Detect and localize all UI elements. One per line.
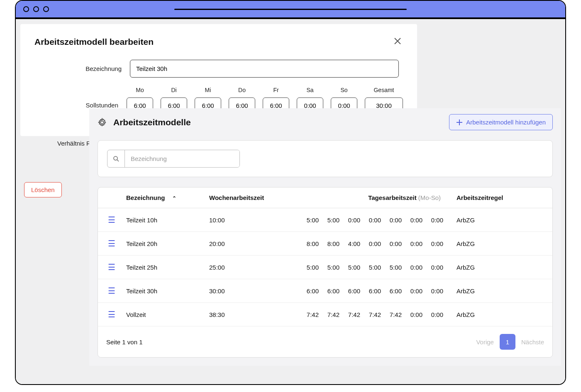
row-rule: ArbZG — [443, 217, 547, 224]
day-value: 0:00 — [408, 311, 422, 318]
window-minimize-icon[interactable] — [33, 6, 39, 12]
row-rule: ArbZG — [443, 264, 547, 271]
day-value: 5:00 — [325, 264, 339, 271]
day-header: Fr — [263, 87, 289, 93]
day-header: Di — [161, 87, 187, 93]
row-days: 8:008:004:000:000:000:000:00 — [298, 240, 443, 247]
col-rule[interactable]: Arbeitszeitregel — [443, 194, 547, 201]
pager-prev[interactable]: Vorige — [476, 338, 494, 346]
row-week: 38:30 — [209, 311, 298, 318]
window-close-icon[interactable] — [23, 6, 29, 12]
day-value: 0:00 — [428, 287, 443, 295]
day-value: 0:00 — [387, 240, 402, 247]
table-row[interactable]: ☰ Teilzeit 25h 25:00 5:005:005:005:005:0… — [98, 256, 552, 279]
table-row[interactable]: ☰ Teilzeit 20h 20:00 8:008:004:000:000:0… — [98, 232, 552, 256]
search-card — [98, 140, 553, 177]
svg-point-0 — [114, 156, 117, 160]
col-week[interactable]: Wochenarbeitszeit — [209, 194, 298, 201]
day-value: 5:00 — [325, 217, 339, 224]
drag-handle-icon[interactable]: ☰ — [104, 309, 126, 319]
row-rule: ArbZG — [443, 311, 547, 318]
window-maximize-icon[interactable] — [43, 6, 49, 12]
app-window: Arbeitszeitmodell bearbeiten Bezeichnung… — [15, 0, 566, 385]
row-rule: ArbZG — [443, 240, 547, 247]
row-week: 30:00 — [209, 287, 298, 295]
table-header: Bezeichnung⌃ Wochenarbeitszeit Tagesarbe… — [98, 187, 552, 208]
day-value: 0:00 — [366, 240, 381, 247]
day-value: 0:00 — [366, 217, 381, 224]
row-name: Teilzeit 25h — [126, 264, 209, 271]
day-value: 6:00 — [345, 287, 360, 295]
row-week: 25:00 — [209, 264, 298, 271]
day-value: 0:00 — [408, 217, 422, 224]
plus-icon — [456, 119, 463, 126]
day-header: Mo — [127, 87, 153, 93]
row-name: Teilzeit 30h — [126, 287, 209, 295]
day-header: So — [331, 87, 357, 93]
add-model-label: Arbeitszeitmodell hinzufügen — [466, 119, 546, 126]
row-days: 7:427:427:427:427:420:000:00 — [298, 311, 443, 318]
day-value: 0:00 — [408, 287, 422, 295]
delete-button[interactable]: Löschen — [24, 182, 62, 197]
name-input[interactable] — [130, 60, 399, 78]
col-days[interactable]: Tagesarbeitszeit (Mo-So) — [298, 194, 443, 201]
close-icon[interactable] — [392, 35, 403, 49]
day-value: 6:00 — [325, 287, 339, 295]
titlebar — [16, 1, 565, 19]
search-input[interactable] — [125, 150, 239, 167]
day-value: 7:42 — [304, 311, 319, 318]
content-area: Arbeitszeitmodell bearbeiten Bezeichnung… — [16, 19, 565, 384]
row-days: 6:006:006:006:006:000:000:00 — [298, 287, 443, 295]
pager-next[interactable]: Nächste — [521, 338, 544, 346]
row-days: 5:005:005:005:005:000:000:00 — [298, 264, 443, 271]
search-box — [107, 150, 240, 168]
pager: Seite 1 von 1 Vorige 1 Nächste — [98, 326, 552, 357]
titlebar-handle — [174, 9, 407, 10]
models-table: Bezeichnung⌃ Wochenarbeitszeit Tagesarbe… — [98, 187, 553, 358]
drag-handle-icon[interactable]: ☰ — [104, 262, 126, 272]
row-rule: ArbZG — [443, 287, 547, 295]
row-days: 5:005:000:000:000:000:000:00 — [298, 217, 443, 224]
day-value: 0:00 — [345, 217, 360, 224]
day-value: 0:00 — [428, 240, 443, 247]
day-value: 7:42 — [325, 311, 339, 318]
list-sheet: Arbeitszeitmodelle Arbeitszeitmodell hin… — [89, 108, 561, 366]
day-value: 7:42 — [345, 311, 360, 318]
drag-handle-icon[interactable]: ☰ — [104, 239, 126, 248]
modal-title: Arbeitszeitmodell bearbeiten — [34, 37, 154, 47]
row-week: 10:00 — [209, 217, 298, 224]
day-value: 6:00 — [387, 287, 402, 295]
day-value: 7:42 — [366, 311, 381, 318]
day-value: 0:00 — [408, 240, 422, 247]
day-value: 6:00 — [366, 287, 381, 295]
day-header: Mi — [195, 87, 221, 93]
day-value: 5:00 — [304, 264, 319, 271]
day-value: 5:00 — [366, 264, 381, 271]
pager-info: Seite 1 von 1 — [106, 338, 143, 346]
day-value: 5:00 — [387, 264, 402, 271]
gear-icon[interactable] — [98, 118, 107, 127]
window-controls — [23, 6, 49, 12]
day-value: 0:00 — [408, 264, 422, 271]
day-value: 0:00 — [428, 217, 443, 224]
day-value: 8:00 — [304, 240, 319, 247]
day-value: 5:00 — [304, 217, 319, 224]
day-value: 0:00 — [387, 217, 402, 224]
row-name: Vollzeit — [126, 311, 209, 318]
col-name[interactable]: Bezeichnung⌃ — [126, 194, 209, 201]
total-header: Gesamt — [365, 87, 403, 93]
table-row[interactable]: ☰ Vollzeit 38:30 7:427:427:427:427:420:0… — [98, 303, 552, 326]
pager-current[interactable]: 1 — [500, 334, 515, 350]
day-value: 5:00 — [345, 264, 360, 271]
table-row[interactable]: ☰ Teilzeit 30h 30:00 6:006:006:006:006:0… — [98, 279, 552, 303]
table-row[interactable]: ☰ Teilzeit 10h 10:00 5:005:000:000:000:0… — [98, 208, 552, 232]
drag-handle-icon[interactable]: ☰ — [104, 286, 126, 296]
add-model-button[interactable]: Arbeitszeitmodell hinzufügen — [449, 114, 553, 130]
day-value: 0:00 — [428, 311, 443, 318]
day-value: 4:00 — [345, 240, 360, 247]
drag-handle-icon[interactable]: ☰ — [104, 215, 126, 225]
name-label: Bezeichnung — [34, 65, 130, 72]
day-value: 7:42 — [387, 311, 402, 318]
day-value: 8:00 — [325, 240, 339, 247]
search-icon[interactable] — [107, 150, 125, 167]
